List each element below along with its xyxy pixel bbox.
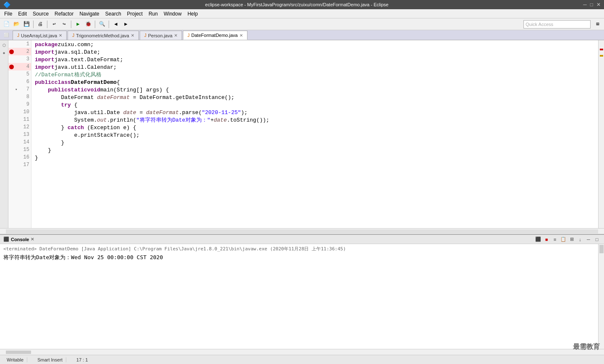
code-line-15: } <box>35 147 598 154</box>
menu-item-help[interactable]: Help <box>185 10 200 18</box>
new-button[interactable]: 📄 <box>2 20 11 29</box>
gutter-row-16: 16 <box>8 153 31 161</box>
menu-item-file[interactable]: File <box>2 10 15 18</box>
code-line-16: } <box>35 154 598 162</box>
tab-label-2: Person.java <box>148 33 172 38</box>
console-tab-label: Console <box>11 237 29 242</box>
window-controls: ─ □ ✕ <box>583 2 601 8</box>
status-writable: Writable <box>3 357 27 362</box>
menu-item-project[interactable]: Project <box>125 10 145 18</box>
perspective-button[interactable]: ⊞ <box>593 20 602 29</box>
code-line-13: e.printStackTrace(); <box>35 132 598 139</box>
menu-item-edit[interactable]: Edit <box>16 10 29 18</box>
console-maximize[interactable]: □ <box>593 236 601 243</box>
console-btn-6[interactable]: ↓ <box>576 236 584 243</box>
tab-3[interactable]: JDateFormatDemo.java✕ <box>183 31 247 40</box>
menu-item-refactor[interactable]: Refactor <box>52 10 76 18</box>
menu-item-run[interactable]: Run <box>146 10 160 18</box>
window-title: eclipse-workspace - MyFirstJavaProgram/s… <box>10 2 583 7</box>
file-icon-3: J <box>187 33 190 38</box>
status-bar: Writable Smart Insert 17 : 1 <box>0 355 604 364</box>
tab-close-3[interactable]: ✕ <box>240 33 243 38</box>
gutter-row-12: 12 <box>8 123 31 131</box>
console-terminated-line: <terminated> DateFormatDemo [Java Applic… <box>3 246 595 252</box>
menu-item-navigate[interactable]: Navigate <box>77 10 102 18</box>
console-btn-4[interactable]: 📋 <box>560 236 567 243</box>
console-output: 将字符串转为Date对象为：Wed Nov 25 00:00:00 CST 20… <box>3 254 595 261</box>
code-line-12: } catch (Exception e) { <box>35 124 598 132</box>
back-button[interactable]: ◀ <box>111 20 120 29</box>
right-scrollbar[interactable] <box>598 40 604 228</box>
code-line-14: } <box>35 139 598 147</box>
print-button[interactable]: 🖨 <box>36 20 45 29</box>
save-button[interactable]: 💾 <box>22 20 31 29</box>
sep1 <box>33 21 34 28</box>
code-line-2: import java.sql.Date; <box>35 49 598 56</box>
console-header: ⬛ Console ✕ ⬛ ■ ≡ 📋 ⊞ ↓ ─ □ <box>0 235 604 244</box>
gutter-row-15: 15 <box>8 146 31 153</box>
code-line-7: public static void main(String[] args) { <box>35 86 598 94</box>
menu-item-source[interactable]: Source <box>30 10 51 18</box>
console-btn-3[interactable]: ≡ <box>551 236 559 243</box>
gutter-row-6: 6 <box>8 78 31 86</box>
tab-1[interactable]: JTrigonometricMethod.java✕ <box>68 31 139 40</box>
status-insert-mode: Smart Insert <box>34 357 66 362</box>
code-content[interactable]: package zuixu.comn;import java.sql.Date;… <box>31 40 598 228</box>
code-line-3: import java.text.DateFormat; <box>35 56 598 64</box>
menu-item-search[interactable]: Search <box>103 10 124 18</box>
tab-close-0[interactable]: ✕ <box>59 33 62 38</box>
error-indicator-1 <box>600 49 603 50</box>
console-close-icon[interactable]: ✕ <box>31 237 34 242</box>
redo-button[interactable]: ↪ <box>60 20 69 29</box>
sep5 <box>109 21 109 28</box>
left-panel-btn-2[interactable]: ◈ <box>1 49 8 56</box>
left-panel: ⬡ ◈ <box>0 40 8 228</box>
console-right-scrollbar[interactable] <box>598 244 604 349</box>
open-button[interactable]: 📂 <box>12 20 21 29</box>
gutter-row-7: ▾7 <box>8 86 31 93</box>
undo-button[interactable]: ↩ <box>49 20 59 29</box>
tab-0[interactable]: JUseArrayList.java✕ <box>13 31 67 40</box>
console-clear-button[interactable]: ⬛ <box>534 236 542 243</box>
left-panel-btn-1[interactable]: ⬡ <box>1 42 8 49</box>
console-btn-5[interactable]: ⊞ <box>568 236 575 243</box>
file-icon-1: J <box>72 33 74 38</box>
code-line-11: System.out.println("将字符串转为Date对象为："+date… <box>35 117 598 124</box>
editor-bottom-scrollbar[interactable] <box>0 228 604 234</box>
close-button[interactable]: ✕ <box>596 2 601 8</box>
console-scroll-track <box>6 351 31 354</box>
title-bar: 🔷 eclipse-workspace - MyFirstJavaProgram… <box>0 0 604 9</box>
code-line-4: import java.util.Calendar; <box>35 64 598 71</box>
sep2 <box>47 21 47 28</box>
gutter-row-11: 11 <box>8 116 31 123</box>
gutter-row-4: 4 <box>8 63 31 70</box>
gutter-row-14: 14 <box>8 138 31 146</box>
menu-item-window[interactable]: Window <box>161 10 184 18</box>
forward-button[interactable]: ▶ <box>121 20 130 29</box>
run-button[interactable]: ▶ <box>73 20 83 29</box>
gutter-row-9: 9 <box>8 101 31 108</box>
gutter-row-2: 2 <box>8 48 31 55</box>
console-bottom-scrollbar[interactable] <box>0 349 604 355</box>
quick-access-input[interactable]: Quick Access <box>523 20 591 29</box>
debug-button[interactable]: 🐞 <box>83 20 93 29</box>
console-toolbar: ⬛ ■ ≡ 📋 ⊞ ↓ ─ □ <box>534 236 601 243</box>
console-minimize[interactable]: ─ <box>585 236 592 243</box>
menu-bar: FileEditSourceRefactorNavigateSearchProj… <box>0 9 604 18</box>
console-area: ⬛ Console ✕ ⬛ ■ ≡ 📋 ⊞ ↓ ─ □ <terminated>… <box>0 234 604 355</box>
gutter-row-1: 1 <box>8 40 31 48</box>
main-editor-area: ⬡ ◈ 123456▾7891011121314151617 package z… <box>0 40 604 228</box>
gutter-row-10: 10 <box>8 108 31 116</box>
search-button[interactable]: 🔍 <box>97 20 107 29</box>
minimize-button[interactable]: ─ <box>583 2 587 8</box>
maximize-button[interactable]: □ <box>590 2 593 8</box>
tab-close-1[interactable]: ✕ <box>131 33 134 38</box>
console-tab[interactable]: ⬛ Console ✕ <box>3 237 34 242</box>
tab-label-0: UseArrayList.java <box>21 33 57 38</box>
file-icon-2: J <box>144 33 146 38</box>
code-editor[interactable]: 123456▾7891011121314151617 package zuixu… <box>8 40 598 228</box>
code-line-8: DateFormat dateFormat = DateFormat.getDa… <box>35 94 598 101</box>
tab-close-2[interactable]: ✕ <box>174 33 177 38</box>
console-stop-button[interactable]: ■ <box>543 236 550 243</box>
tab-2[interactable]: JPerson.java✕ <box>140 31 182 40</box>
